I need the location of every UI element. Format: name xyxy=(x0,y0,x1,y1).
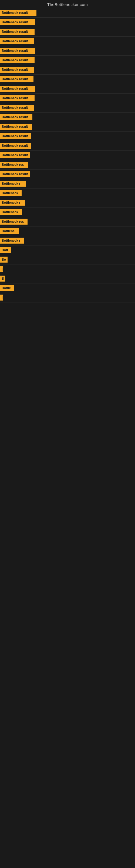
bottleneck-bar: Bottleneck result xyxy=(0,124,135,130)
bottleneck-label: Bottleneck result xyxy=(0,19,35,25)
bottleneck-label: Bottleneck result xyxy=(0,105,34,111)
bottleneck-bar: Bo xyxy=(0,257,135,262)
bottleneck-label: Bottleneck xyxy=(0,190,21,196)
bottleneck-bar: | xyxy=(0,294,135,301)
bottleneck-bar: Bottleneck result xyxy=(0,48,135,54)
bottleneck-row: Bott xyxy=(0,246,135,255)
bottleneck-row: Bottleneck result xyxy=(0,27,135,37)
bottleneck-label: Bottleneck result xyxy=(0,67,34,73)
bottleneck-row: Bottleneck result xyxy=(0,65,135,74)
bottleneck-row: Bottleneck result xyxy=(0,8,135,18)
bottleneck-bar: Bott xyxy=(0,247,135,253)
bottleneck-bar: Bottleneck result xyxy=(0,114,135,120)
bottleneck-row: | xyxy=(0,293,135,303)
site-title: TheBottlenecker.com xyxy=(0,0,135,8)
bottleneck-label: Bottleneck result xyxy=(0,133,31,139)
bottleneck-label: Bottleneck result xyxy=(0,143,31,149)
bottleneck-label: Bottleneck result xyxy=(0,38,34,44)
bottleneck-row: Bottleneck result xyxy=(0,113,135,122)
bottleneck-row: Bottleneck res xyxy=(0,217,135,226)
bottleneck-label: Bottleneck result xyxy=(0,29,35,35)
bottleneck-bar: Bottleneck result xyxy=(0,143,135,149)
bottleneck-label: Bottlene xyxy=(0,228,19,234)
bottleneck-bar: Bottleneck result xyxy=(0,105,135,111)
bottleneck-bar: Bottleneck result xyxy=(0,67,135,73)
bottleneck-label: Bottleneck result xyxy=(0,86,35,92)
bottleneck-bar: Bottleneck r xyxy=(0,199,135,206)
bottleneck-row: | xyxy=(0,265,135,274)
bottleneck-label: Bottleneck result xyxy=(0,76,34,82)
bottleneck-row: B xyxy=(0,274,135,283)
bottleneck-row: Bo xyxy=(0,255,135,265)
bottleneck-label: Bo xyxy=(0,257,8,262)
bottleneck-row: Bottleneck r xyxy=(0,236,135,246)
bottleneck-bar: Bottleneck result xyxy=(0,95,135,101)
bottleneck-row: Bottleneck res xyxy=(0,160,135,169)
bottleneck-label: B xyxy=(0,276,5,282)
bottleneck-row: Bottleneck result xyxy=(0,131,135,141)
bottleneck-label: Bottleneck result xyxy=(0,124,32,130)
bottleneck-bar: Bottleneck result xyxy=(0,29,135,35)
bottleneck-row: Bottleneck result xyxy=(0,46,135,56)
bottleneck-bar: Bottleneck r xyxy=(0,181,135,187)
bottleneck-bar: Bottleneck res xyxy=(0,219,135,225)
bottleneck-row: Bottleneck xyxy=(0,208,135,217)
bottleneck-row: Bottleneck result xyxy=(0,169,135,179)
bottleneck-label: Bottleneck res xyxy=(0,162,28,167)
bottleneck-label: Bottleneck result xyxy=(0,95,35,101)
bottleneck-bar: Bottleneck result xyxy=(0,76,135,82)
bottleneck-label: Bott xyxy=(0,247,11,253)
bottleneck-label: Bottleneck result xyxy=(0,152,30,158)
bottleneck-row: Bottleneck result xyxy=(0,18,135,27)
bottleneck-row: Bottleneck result xyxy=(0,37,135,46)
bottleneck-label: Bottleneck result xyxy=(0,57,35,63)
bottleneck-row: Bottleneck result xyxy=(0,56,135,65)
bottleneck-row: Bottle xyxy=(0,283,135,293)
bottleneck-row: Bottleneck result xyxy=(0,103,135,113)
bottleneck-row: Bottleneck result xyxy=(0,122,135,131)
bottleneck-label: Bottleneck res xyxy=(0,219,28,225)
bottleneck-row: Bottleneck r xyxy=(0,198,135,208)
bottleneck-bar: Bottleneck xyxy=(0,190,135,196)
bottleneck-row: Bottleneck result xyxy=(0,74,135,84)
bottleneck-label: Bottle xyxy=(0,285,14,291)
bottleneck-bar: Bottleneck result xyxy=(0,152,135,158)
bottleneck-bar: Bottleneck res xyxy=(0,162,135,167)
bottleneck-label: Bottleneck r xyxy=(0,238,24,244)
bottleneck-label: Bottleneck xyxy=(0,209,22,215)
bottleneck-bar: Bottleneck result xyxy=(0,171,135,177)
bottleneck-label: Bottleneck result xyxy=(0,48,35,54)
bottleneck-row: Bottlene xyxy=(0,226,135,236)
bottleneck-bar: Bottleneck xyxy=(0,209,135,215)
bottleneck-row: Bottleneck result xyxy=(0,94,135,103)
bottleneck-label: Bottleneck result xyxy=(0,10,37,16)
bottleneck-bar: Bottleneck result xyxy=(0,86,135,92)
bottleneck-row: Bottleneck result xyxy=(0,84,135,94)
bottleneck-label: | xyxy=(0,266,3,272)
bottleneck-bar: Bottleneck r xyxy=(0,238,135,244)
bottleneck-bar: Bottleneck result xyxy=(0,133,135,139)
bottleneck-label: Bottleneck result xyxy=(0,171,30,177)
bottleneck-bar: | xyxy=(0,266,135,272)
bottleneck-bar: Bottleneck result xyxy=(0,57,135,63)
bottleneck-bar: Bottleneck result xyxy=(0,10,135,16)
bottleneck-row: Bottleneck xyxy=(0,188,135,198)
bottleneck-bar: B xyxy=(0,276,135,282)
bottleneck-bar: Bottleneck result xyxy=(0,19,135,25)
bottleneck-label: Bottleneck r xyxy=(0,199,25,206)
bottleneck-bar: Bottle xyxy=(0,285,135,291)
bottleneck-label: Bottleneck result xyxy=(0,114,32,120)
bottleneck-row: Bottleneck r xyxy=(0,179,135,188)
bottleneck-label: Bottleneck r xyxy=(0,181,26,187)
bottleneck-bar: Bottlene xyxy=(0,228,135,234)
bottleneck-row: Bottleneck result xyxy=(0,141,135,151)
bottleneck-row: Bottleneck result xyxy=(0,151,135,160)
bottleneck-bar: Bottleneck result xyxy=(0,38,135,44)
bottleneck-label: | xyxy=(0,294,3,301)
